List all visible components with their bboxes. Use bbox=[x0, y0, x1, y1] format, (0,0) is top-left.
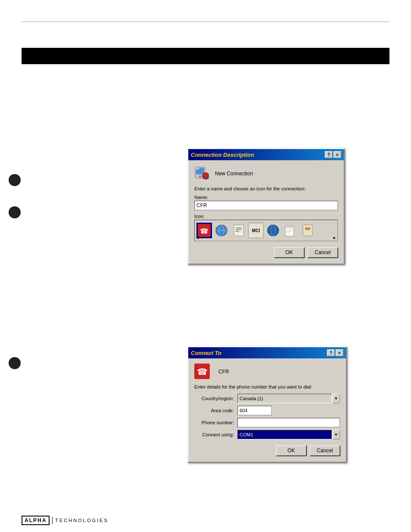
icon-row-connect-to: ☎ CFR bbox=[194, 364, 340, 380]
country-select-field: ▼ bbox=[237, 394, 340, 403]
strip-icon-tool[interactable] bbox=[300, 223, 315, 238]
svg-marker-23 bbox=[305, 227, 311, 230]
svg-rect-3 bbox=[195, 167, 199, 170]
connect-using-label: Connect using: bbox=[194, 432, 237, 437]
logo-alpha: ALPHA bbox=[22, 516, 50, 525]
connect-to-dialog: Connect To ? × ☎ CFR Enter details for t… bbox=[187, 346, 347, 463]
help-button-connection-desc[interactable]: ? bbox=[325, 151, 333, 158]
alpha-technologies-logo: ALPHA TECHNOLOGIES bbox=[22, 516, 109, 525]
country-dropdown-arrow[interactable]: ▼ bbox=[332, 394, 340, 403]
dialog-body-connection-desc: 📞 New Connection Enter a name and choose… bbox=[188, 160, 344, 264]
connect-using-dropdown-arrow[interactable]: ▼ bbox=[332, 430, 340, 439]
svg-text:☎: ☎ bbox=[197, 367, 208, 376]
country-input[interactable] bbox=[237, 394, 332, 403]
icon-label: Icon: bbox=[194, 214, 338, 219]
bullet-2 bbox=[9, 206, 21, 218]
svg-point-15 bbox=[268, 225, 279, 236]
country-label: Country/region: bbox=[194, 396, 237, 401]
close-button-connect-to[interactable]: × bbox=[336, 349, 343, 356]
phone-number-input[interactable] bbox=[237, 418, 340, 427]
dialog-title-connection-desc: Connection Description bbox=[191, 152, 254, 158]
strip-icon-mci[interactable]: MCI bbox=[248, 223, 264, 238]
dialog-buttons-connect-to: OK Cancel bbox=[194, 445, 340, 456]
logo-divider bbox=[52, 516, 53, 524]
area-code-input[interactable] bbox=[237, 406, 272, 415]
country-row: Country/region: ▼ bbox=[194, 394, 340, 403]
title-buttons-connect-to: ? × bbox=[327, 349, 343, 356]
cfr-phone-icon: ☎ bbox=[194, 364, 211, 380]
connect-to-instruction: Enter details for the phone number that … bbox=[194, 384, 340, 389]
svg-text:📞: 📞 bbox=[202, 173, 209, 179]
icon-row-connection-desc: 📞 New Connection bbox=[194, 165, 338, 182]
main-content: Connection Description ? × 📞 bbox=[0, 64, 411, 532]
logo-tech: TECHNOLOGIES bbox=[55, 518, 108, 523]
strip-icon-globe2[interactable] bbox=[265, 223, 281, 238]
ok-button-connection-desc[interactable]: OK bbox=[274, 247, 304, 258]
svg-text:☎: ☎ bbox=[200, 227, 209, 235]
cancel-button-connect-to[interactable]: Cancel bbox=[310, 445, 340, 456]
cfr-icon-svg: ☎ bbox=[194, 364, 210, 379]
new-connection-label: New Connection bbox=[215, 171, 253, 177]
name-label: Name: bbox=[194, 195, 338, 200]
help-button-connect-to[interactable]: ? bbox=[327, 349, 335, 356]
svg-rect-18 bbox=[285, 226, 294, 228]
close-button-connection-desc[interactable]: × bbox=[333, 151, 341, 158]
name-input[interactable] bbox=[194, 201, 338, 210]
cfr-label: CFR bbox=[218, 369, 229, 375]
title-buttons-connection-desc: ? × bbox=[325, 151, 341, 158]
area-code-row: Area code: bbox=[194, 406, 340, 415]
area-code-label: Area code: bbox=[194, 408, 237, 413]
svg-rect-11 bbox=[234, 225, 243, 236]
dialog-titlebar-connect-to: Connect To ? × bbox=[188, 347, 346, 358]
strip-scroll-left[interactable]: ◄ bbox=[196, 236, 199, 240]
strip-icon-doc[interactable] bbox=[231, 223, 246, 238]
header-bar bbox=[22, 48, 389, 64]
phone-icon-svg: 📞 bbox=[194, 165, 209, 180]
svg-rect-22 bbox=[303, 225, 312, 236]
icon-strip-inner: ☎ MCI bbox=[196, 223, 315, 238]
dialog-buttons-connection-desc: OK Cancel bbox=[194, 247, 338, 258]
connection-description-dialog: Connection Description ? × 📞 bbox=[187, 148, 345, 264]
footer: ALPHA TECHNOLOGIES bbox=[22, 516, 109, 525]
icon-strip[interactable]: ☎ MCI bbox=[194, 220, 338, 241]
cancel-button-connection-desc[interactable]: Cancel bbox=[308, 247, 338, 258]
connection-desc-instruction: Enter a name and choose an icon for the … bbox=[194, 186, 338, 191]
bullet-3 bbox=[9, 357, 21, 369]
dialog-titlebar-connection-desc: Connection Description ? × bbox=[188, 149, 344, 160]
connect-using-row: Connect using: ▼ bbox=[194, 430, 340, 439]
phone-number-label: Phone number: bbox=[194, 420, 237, 425]
connect-using-input[interactable] bbox=[237, 430, 332, 439]
phone-number-row: Phone number: bbox=[194, 418, 340, 427]
strip-scroll-right[interactable]: ► bbox=[333, 236, 336, 240]
bullet-1 bbox=[9, 174, 21, 186]
ok-button-connect-to[interactable]: OK bbox=[276, 445, 306, 456]
svg-point-2 bbox=[199, 176, 201, 177]
strip-icon-notepad[interactable] bbox=[283, 223, 298, 238]
connect-using-field: ▼ bbox=[237, 430, 340, 439]
dialog-title-connect-to: Connect To bbox=[191, 350, 221, 356]
strip-icon-globe[interactable] bbox=[214, 223, 229, 238]
top-divider bbox=[22, 22, 389, 22]
dialog-body-connect-to: ☎ CFR Enter details for the phone number… bbox=[188, 358, 346, 462]
new-connection-icon: 📞 bbox=[194, 165, 211, 182]
